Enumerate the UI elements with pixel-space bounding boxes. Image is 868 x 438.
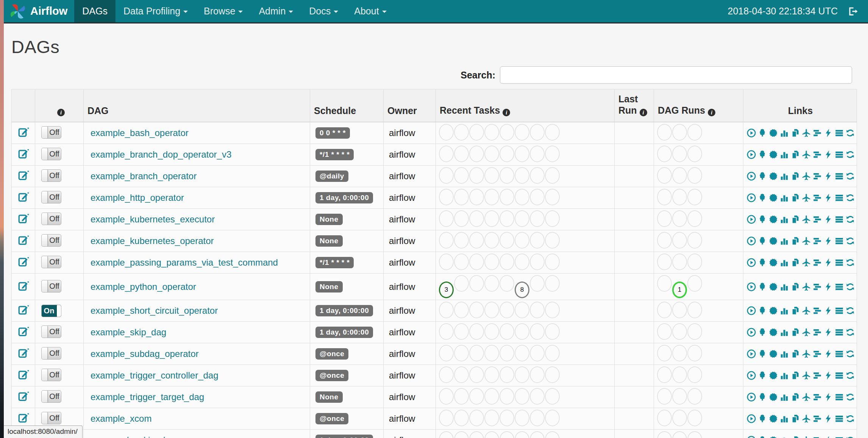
task-state-circle[interactable] <box>439 145 454 162</box>
task-state-circle[interactable] <box>515 189 529 205</box>
nav-item-admin[interactable]: Admin <box>251 0 301 22</box>
logs-icon[interactable] <box>834 306 844 316</box>
code-icon[interactable] <box>823 193 833 203</box>
tries-icon[interactable] <box>790 171 800 181</box>
task-state-circle[interactable] <box>454 124 469 141</box>
trigger-icon[interactable] <box>746 128 756 138</box>
tree-icon[interactable] <box>757 392 767 402</box>
logs-icon[interactable] <box>834 258 844 267</box>
task-state-circle[interactable] <box>687 232 702 249</box>
landing-icon[interactable] <box>801 258 811 267</box>
task-state-circle[interactable] <box>657 167 672 184</box>
schedule-badge[interactable]: None <box>315 214 343 225</box>
task-state-circle[interactable] <box>439 431 454 438</box>
edit-dag-icon[interactable] <box>18 256 29 269</box>
task-state-circle[interactable] <box>530 253 545 270</box>
landing-icon[interactable] <box>801 435 811 438</box>
duration-icon[interactable] <box>779 236 789 246</box>
task-state-circle[interactable] <box>469 167 484 184</box>
duration-icon[interactable] <box>779 193 789 203</box>
task-state-circle[interactable] <box>439 323 454 340</box>
code-icon[interactable] <box>823 392 833 402</box>
schedule-badge[interactable]: None <box>315 235 343 247</box>
graph-icon[interactable] <box>768 171 778 181</box>
pause-toggle[interactable]: Off <box>41 191 61 203</box>
task-state-circle[interactable] <box>454 232 469 249</box>
dag-link[interactable]: example_kubernetes_executor <box>91 214 215 224</box>
task-state-circle[interactable] <box>469 431 484 438</box>
task-state-circle[interactable] <box>469 410 484 426</box>
task-state-circle[interactable] <box>530 302 545 318</box>
refresh-icon[interactable] <box>845 236 855 246</box>
landing-icon[interactable] <box>801 236 811 246</box>
pause-toggle[interactable]: Off <box>41 412 61 424</box>
pause-toggle[interactable]: Off <box>41 213 61 225</box>
gantt-icon[interactable] <box>812 327 822 337</box>
dag-link[interactable]: example_short_circuit_operator <box>91 305 218 316</box>
duration-icon[interactable] <box>779 150 789 160</box>
graph-icon[interactable] <box>768 392 778 402</box>
task-state-circle[interactable] <box>657 189 672 205</box>
task-state-circle[interactable] <box>469 210 484 227</box>
task-state-circle[interactable] <box>530 366 545 383</box>
task-state-circle[interactable] <box>672 345 687 361</box>
logs-icon[interactable] <box>834 214 844 224</box>
pause-toggle[interactable]: Off <box>41 148 61 160</box>
task-state-circle[interactable] <box>672 253 687 270</box>
tree-icon[interactable] <box>757 371 767 380</box>
tree-icon[interactable] <box>757 414 767 424</box>
schedule-badge[interactable]: @once <box>315 413 348 424</box>
task-state-circle[interactable] <box>484 388 499 405</box>
refresh-icon[interactable] <box>845 306 855 316</box>
task-state-circle[interactable] <box>687 302 702 318</box>
trigger-icon[interactable] <box>746 435 756 438</box>
task-state-circle[interactable] <box>672 431 687 438</box>
task-state-circle[interactable] <box>545 323 560 340</box>
trigger-icon[interactable] <box>746 327 756 337</box>
code-icon[interactable] <box>823 306 833 316</box>
task-state-circle[interactable] <box>687 345 702 361</box>
duration-icon[interactable] <box>779 392 789 402</box>
task-state-circle[interactable] <box>672 366 687 383</box>
trigger-icon[interactable] <box>746 371 756 380</box>
task-state-circle[interactable] <box>469 145 484 162</box>
task-state-circle[interactable] <box>500 388 514 405</box>
task-state-circle[interactable] <box>484 275 499 292</box>
task-state-circle[interactable] <box>500 431 514 438</box>
refresh-icon[interactable] <box>845 128 855 138</box>
dag-link[interactable]: example_trigger_controller_dag <box>91 370 219 380</box>
code-icon[interactable] <box>823 282 833 292</box>
trigger-icon[interactable] <box>746 392 756 402</box>
landing-icon[interactable] <box>801 150 811 160</box>
refresh-icon[interactable] <box>845 193 855 203</box>
task-state-circle[interactable] <box>545 253 560 270</box>
task-state-circle[interactable] <box>672 167 687 184</box>
schedule-badge[interactable]: 1 day, 0:00:00 <box>315 327 373 338</box>
task-state-circle[interactable] <box>545 145 560 162</box>
dag-link[interactable]: example_branch_operator <box>91 171 197 181</box>
logs-icon[interactable] <box>834 128 844 138</box>
landing-icon[interactable] <box>801 327 811 337</box>
tries-icon[interactable] <box>790 282 800 292</box>
schedule-badge[interactable]: None <box>315 391 343 403</box>
edit-dag-icon[interactable] <box>18 369 29 382</box>
logs-icon[interactable] <box>834 193 844 203</box>
logs-icon[interactable] <box>834 171 844 181</box>
task-state-circle[interactable] <box>500 253 514 270</box>
dag-link[interactable]: exxxample_skip_dag <box>91 435 175 438</box>
landing-icon[interactable] <box>801 414 811 424</box>
edit-dag-icon[interactable] <box>18 280 29 293</box>
logs-icon[interactable] <box>834 236 844 246</box>
graph-icon[interactable] <box>768 414 778 424</box>
code-icon[interactable] <box>823 236 833 246</box>
tree-icon[interactable] <box>757 236 767 246</box>
duration-icon[interactable] <box>779 282 789 292</box>
duration-icon[interactable] <box>779 258 789 267</box>
task-state-circle[interactable] <box>657 210 672 227</box>
task-state-circle[interactable] <box>687 388 702 405</box>
tree-icon[interactable] <box>757 349 767 359</box>
trigger-icon[interactable] <box>746 349 756 359</box>
gantt-icon[interactable] <box>812 214 822 224</box>
task-state-circle[interactable] <box>484 210 499 227</box>
task-state-circle[interactable] <box>672 145 687 162</box>
